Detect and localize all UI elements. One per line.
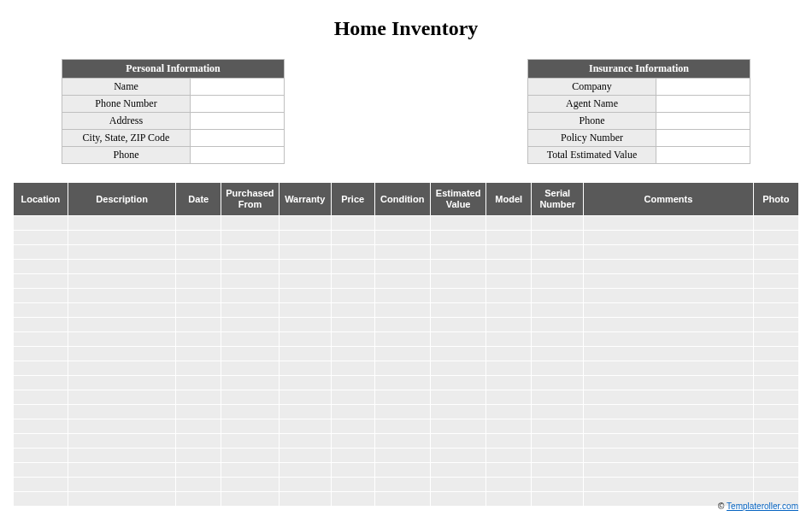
inventory-cell[interactable] <box>374 405 430 419</box>
inventory-cell[interactable] <box>532 361 584 376</box>
inventory-cell[interactable] <box>532 289 584 303</box>
inventory-cell[interactable] <box>331 361 374 376</box>
inventory-cell[interactable] <box>176 332 221 347</box>
personal-value-name[interactable] <box>191 79 285 96</box>
inventory-cell[interactable] <box>331 231 374 245</box>
inventory-cell[interactable] <box>486 245 532 260</box>
inventory-cell[interactable] <box>532 434 584 449</box>
inventory-cell[interactable] <box>176 260 221 274</box>
inventory-cell[interactable] <box>331 318 374 332</box>
inventory-cell[interactable] <box>430 449 485 463</box>
inventory-cell[interactable] <box>532 376 584 390</box>
inventory-cell[interactable] <box>486 260 532 274</box>
inventory-cell[interactable] <box>753 478 798 492</box>
inventory-cell[interactable] <box>279 274 331 289</box>
inventory-cell[interactable] <box>486 492 532 507</box>
inventory-cell[interactable] <box>374 449 430 463</box>
inventory-cell[interactable] <box>430 318 485 332</box>
inventory-cell[interactable] <box>430 245 485 260</box>
inventory-cell[interactable] <box>14 434 68 449</box>
inventory-cell[interactable] <box>374 332 430 347</box>
inventory-cell[interactable] <box>532 303 584 318</box>
inventory-cell[interactable] <box>68 361 176 376</box>
inventory-cell[interactable] <box>279 332 331 347</box>
inventory-cell[interactable] <box>532 332 584 347</box>
inventory-cell[interactable] <box>279 390 331 405</box>
inventory-cell[interactable] <box>68 347 176 361</box>
insurance-value-total-estimated-value[interactable] <box>656 147 750 164</box>
inventory-cell[interactable] <box>584 274 753 289</box>
inventory-cell[interactable] <box>753 289 798 303</box>
inventory-cell[interactable] <box>753 405 798 419</box>
inventory-cell[interactable] <box>532 405 584 419</box>
inventory-cell[interactable] <box>753 318 798 332</box>
inventory-cell[interactable] <box>486 332 532 347</box>
inventory-cell[interactable] <box>331 419 374 434</box>
inventory-cell[interactable] <box>430 434 485 449</box>
inventory-cell[interactable] <box>374 274 430 289</box>
inventory-cell[interactable] <box>374 434 430 449</box>
inventory-cell[interactable] <box>331 347 374 361</box>
inventory-cell[interactable] <box>279 318 331 332</box>
inventory-cell[interactable] <box>221 492 279 507</box>
inventory-cell[interactable] <box>221 434 279 449</box>
inventory-cell[interactable] <box>430 231 485 245</box>
inventory-cell[interactable] <box>584 260 753 274</box>
inventory-cell[interactable] <box>279 419 331 434</box>
inventory-cell[interactable] <box>374 419 430 434</box>
inventory-cell[interactable] <box>331 434 374 449</box>
inventory-cell[interactable] <box>753 361 798 376</box>
inventory-cell[interactable] <box>279 478 331 492</box>
inventory-cell[interactable] <box>753 274 798 289</box>
inventory-cell[interactable] <box>584 245 753 260</box>
inventory-cell[interactable] <box>374 318 430 332</box>
inventory-cell[interactable] <box>430 216 485 231</box>
inventory-cell[interactable] <box>486 289 532 303</box>
inventory-cell[interactable] <box>14 449 68 463</box>
inventory-cell[interactable] <box>753 390 798 405</box>
inventory-cell[interactable] <box>279 245 331 260</box>
inventory-cell[interactable] <box>176 390 221 405</box>
inventory-cell[interactable] <box>584 347 753 361</box>
inventory-cell[interactable] <box>221 390 279 405</box>
inventory-cell[interactable] <box>68 390 176 405</box>
inventory-cell[interactable] <box>374 492 430 507</box>
personal-value-address[interactable] <box>191 113 285 130</box>
inventory-cell[interactable] <box>486 449 532 463</box>
inventory-cell[interactable] <box>331 376 374 390</box>
inventory-cell[interactable] <box>331 245 374 260</box>
inventory-cell[interactable] <box>532 245 584 260</box>
inventory-cell[interactable] <box>14 478 68 492</box>
inventory-cell[interactable] <box>14 260 68 274</box>
inventory-cell[interactable] <box>584 289 753 303</box>
inventory-cell[interactable] <box>532 449 584 463</box>
inventory-cell[interactable] <box>753 260 798 274</box>
inventory-cell[interactable] <box>68 260 176 274</box>
inventory-cell[interactable] <box>14 274 68 289</box>
inventory-cell[interactable] <box>279 405 331 419</box>
inventory-cell[interactable] <box>486 434 532 449</box>
inventory-cell[interactable] <box>176 274 221 289</box>
inventory-cell[interactable] <box>753 303 798 318</box>
inventory-cell[interactable] <box>584 361 753 376</box>
inventory-cell[interactable] <box>430 303 485 318</box>
inventory-cell[interactable] <box>584 463 753 478</box>
inventory-cell[interactable] <box>176 434 221 449</box>
inventory-cell[interactable] <box>486 347 532 361</box>
inventory-cell[interactable] <box>486 463 532 478</box>
insurance-value-agent-name[interactable] <box>656 96 750 113</box>
inventory-cell[interactable] <box>68 289 176 303</box>
inventory-cell[interactable] <box>68 216 176 231</box>
inventory-cell[interactable] <box>279 347 331 361</box>
inventory-cell[interactable] <box>753 419 798 434</box>
inventory-cell[interactable] <box>221 260 279 274</box>
inventory-cell[interactable] <box>486 376 532 390</box>
inventory-cell[interactable] <box>331 274 374 289</box>
personal-value-phone[interactable] <box>191 147 285 164</box>
inventory-cell[interactable] <box>279 434 331 449</box>
inventory-cell[interactable] <box>532 492 584 507</box>
inventory-cell[interactable] <box>221 231 279 245</box>
inventory-cell[interactable] <box>68 303 176 318</box>
inventory-cell[interactable] <box>14 318 68 332</box>
inventory-cell[interactable] <box>584 434 753 449</box>
